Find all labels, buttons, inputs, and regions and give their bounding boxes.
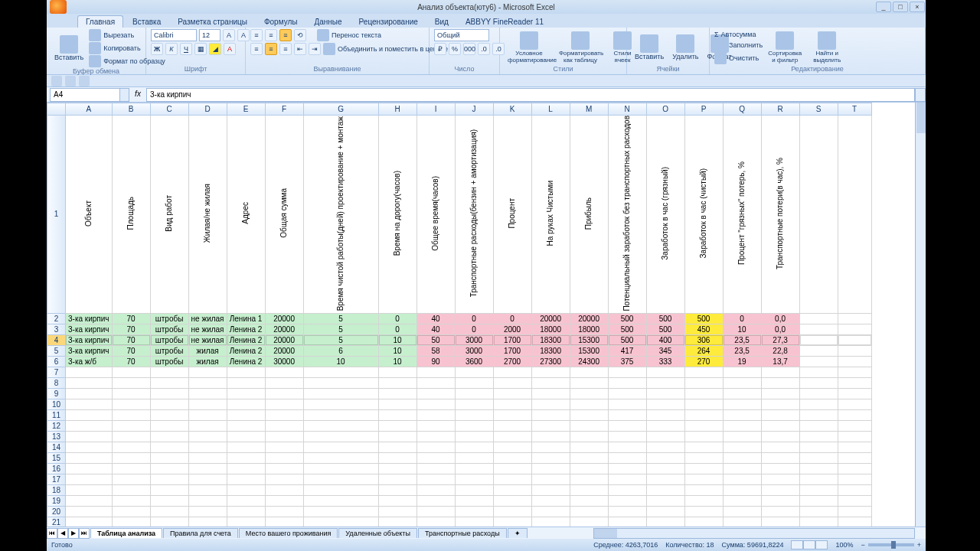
cell-P15[interactable]: [684, 452, 723, 463]
cell-D15[interactable]: [188, 452, 227, 463]
cell-N14[interactable]: [608, 442, 646, 452]
cell-S13[interactable]: [799, 431, 838, 442]
cell-I21[interactable]: [416, 517, 455, 527]
cell-L14[interactable]: [531, 442, 570, 452]
cell-T19[interactable]: [838, 495, 871, 506]
zoom-slider[interactable]: [868, 543, 914, 546]
cell-L12[interactable]: [531, 420, 570, 431]
cell-I18[interactable]: [416, 484, 455, 495]
cell-T5[interactable]: [838, 345, 871, 356]
cell-F11[interactable]: [265, 409, 303, 420]
cell-B10[interactable]: [112, 399, 150, 409]
header-cell[interactable]: Время на дорогу(часов): [378, 116, 416, 314]
cell-M6[interactable]: 24300: [570, 356, 608, 367]
cell-B16[interactable]: [112, 463, 150, 474]
cell-T7[interactable]: [838, 367, 871, 377]
cell-O18[interactable]: [646, 484, 684, 495]
cell-H20[interactable]: [378, 506, 416, 517]
cell-C16[interactable]: [150, 463, 188, 474]
cell-R4[interactable]: 27,3: [761, 334, 799, 345]
cell-G11[interactable]: [303, 409, 378, 420]
cell-B14[interactable]: [112, 442, 150, 452]
cell-H13[interactable]: [378, 431, 416, 442]
cell-T10[interactable]: [838, 399, 871, 409]
cell-O3[interactable]: 500: [646, 324, 684, 334]
cell-O5[interactable]: 345: [646, 345, 684, 356]
cell-K12[interactable]: [493, 420, 531, 431]
cell-R16[interactable]: [761, 463, 799, 474]
zoom-out-button[interactable]: −: [861, 541, 864, 549]
cell-Q11[interactable]: [723, 409, 761, 420]
cell-T12[interactable]: [838, 420, 871, 431]
cell-D3[interactable]: не жилая: [188, 324, 227, 334]
cell-E5[interactable]: Ленина 2: [227, 345, 265, 356]
minimize-button[interactable]: _: [876, 2, 891, 12]
tab-data[interactable]: Данные: [306, 16, 349, 28]
cell-K16[interactable]: [493, 463, 531, 474]
cell-F13[interactable]: [265, 431, 303, 442]
cell-O6[interactable]: 333: [646, 356, 684, 367]
cell-J21[interactable]: [455, 517, 493, 527]
cell-F2[interactable]: 20000: [265, 313, 303, 324]
cell-O11[interactable]: [646, 409, 684, 420]
header-cell[interactable]: Вид работ: [150, 116, 188, 314]
cell-B20[interactable]: [112, 506, 150, 517]
cell-D2[interactable]: не жилая: [188, 313, 227, 324]
cell-S3[interactable]: [799, 324, 838, 334]
cell-Q7[interactable]: [723, 367, 761, 377]
cell-O19[interactable]: [646, 495, 684, 506]
cell-S20[interactable]: [799, 506, 838, 517]
header-cell[interactable]: Процент: [493, 116, 531, 314]
row-header-4[interactable]: 4: [47, 334, 66, 345]
cell-I5[interactable]: 58: [416, 345, 455, 356]
cell-O10[interactable]: [646, 399, 684, 409]
cell-K11[interactable]: [493, 409, 531, 420]
cell-I6[interactable]: 90: [416, 356, 455, 367]
cell-B19[interactable]: [112, 495, 150, 506]
cell-R13[interactable]: [761, 431, 799, 442]
cell-K21[interactable]: [493, 517, 531, 527]
cell-K6[interactable]: 2700: [493, 356, 531, 367]
cell-K4[interactable]: 1700: [493, 334, 531, 345]
sheet-tab-deleted[interactable]: Удаленные объекты: [338, 528, 417, 538]
cell-A3[interactable]: 3-ка кирпич: [66, 324, 113, 334]
cell-N12[interactable]: [608, 420, 646, 431]
col-header-N[interactable]: N: [608, 103, 646, 116]
cell-K5[interactable]: 1700: [493, 345, 531, 356]
cell-T20[interactable]: [838, 506, 871, 517]
cell-I4[interactable]: 50: [416, 334, 455, 345]
cell-P6[interactable]: 270: [684, 356, 723, 367]
cell-G18[interactable]: [303, 484, 378, 495]
cell-L21[interactable]: [531, 517, 570, 527]
header-cell[interactable]: Площадь: [112, 116, 150, 314]
cell-H12[interactable]: [378, 420, 416, 431]
cell-C21[interactable]: [150, 517, 188, 527]
cell-D17[interactable]: [188, 474, 227, 484]
cell-R2[interactable]: 0,0: [761, 313, 799, 324]
cell-B3[interactable]: 70: [112, 324, 150, 334]
cell-L7[interactable]: [531, 367, 570, 377]
cell-J11[interactable]: [455, 409, 493, 420]
cell-L2[interactable]: 20000: [531, 313, 570, 324]
cell-F19[interactable]: [265, 495, 303, 506]
header-cell[interactable]: [838, 116, 871, 314]
row-header-13[interactable]: 13: [47, 431, 66, 442]
font-size-select[interactable]: 12: [199, 29, 220, 41]
cell-C18[interactable]: [150, 484, 188, 495]
cell-D7[interactable]: [188, 367, 227, 377]
sheet-tab-transport[interactable]: Транспортные расходы: [418, 528, 507, 538]
cell-O7[interactable]: [646, 367, 684, 377]
row-header-20[interactable]: 20: [47, 506, 66, 517]
cell-B6[interactable]: 70: [112, 356, 150, 367]
cell-H3[interactable]: 0: [378, 324, 416, 334]
cell-A13[interactable]: [66, 431, 113, 442]
sheet-nav-prev[interactable]: ◀: [57, 528, 68, 539]
cell-I17[interactable]: [416, 474, 455, 484]
cell-E3[interactable]: Ленина 2: [227, 324, 265, 334]
cell-H6[interactable]: 10: [378, 356, 416, 367]
col-header-S[interactable]: S: [799, 103, 838, 116]
cell-R8[interactable]: [761, 377, 799, 388]
col-header-J[interactable]: J: [455, 103, 493, 116]
cell-N3[interactable]: 500: [608, 324, 646, 334]
currency-button[interactable]: ₽: [434, 43, 446, 55]
